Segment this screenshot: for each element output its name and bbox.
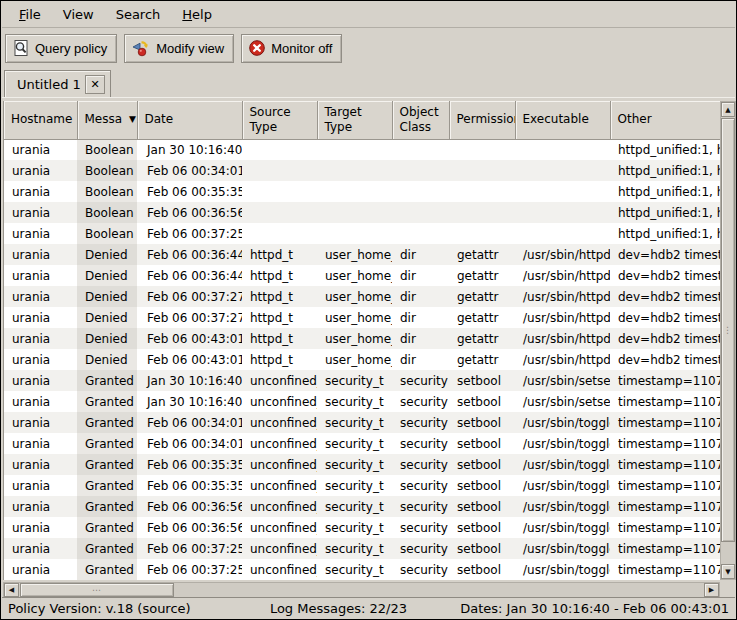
horizontal-scrollbar-thumb[interactable]: ⋯: [20, 583, 174, 597]
table-row[interactable]: uraniaDeniedFeb 06 00:36:44httpd_tuser_h…: [4, 244, 720, 265]
table-row[interactable]: uraniaBooleanFeb 06 00:35:35httpd_unifie…: [4, 181, 720, 202]
table-row[interactable]: uraniaGrantedFeb 06 00:37:25unconfined_s…: [4, 559, 720, 580]
table-row[interactable]: uraniaGrantedFeb 06 00:35:35unconfined_s…: [4, 475, 720, 496]
table-cell: timestamp=11071: [610, 370, 720, 391]
column-header-permission[interactable]: Permission: [449, 101, 515, 139]
table-cell: urania: [4, 328, 77, 349]
table-row[interactable]: uraniaDeniedFeb 06 00:36:44httpd_tuser_h…: [4, 265, 720, 286]
table-row[interactable]: uraniaGrantedFeb 06 00:36:56unconfined_s…: [4, 496, 720, 517]
table-cell: httpd_unified:1, h: [610, 202, 720, 223]
table-header-row: Hostname Messa▼ Date Source Type Target …: [4, 101, 720, 139]
table-cell: dev=hdb2 timesta: [610, 328, 720, 349]
column-header-hostname[interactable]: Hostname: [4, 101, 77, 139]
table-cell: security_t: [317, 370, 392, 391]
menu-view[interactable]: View: [52, 3, 105, 26]
column-header-message[interactable]: Messa▼: [77, 101, 137, 139]
table-cell: httpd_t: [242, 349, 317, 370]
table-cell: unconfined_: [242, 475, 317, 496]
column-header-object-class[interactable]: Object Class: [392, 101, 449, 139]
scroll-up-button[interactable]: ▲: [721, 102, 735, 117]
table-cell: urania: [4, 286, 77, 307]
table-row[interactable]: uraniaBooleanFeb 06 00:34:01httpd_unifie…: [4, 160, 720, 181]
notebook-page-edge: [2, 97, 735, 100]
table-cell: urania: [4, 370, 77, 391]
modify-view-button[interactable]: Modify view: [124, 34, 234, 63]
table-cell: user_home_: [317, 349, 392, 370]
table-row[interactable]: uraniaGrantedJan 30 10:16:40unconfined_s…: [4, 391, 720, 412]
table-cell: setbool: [449, 370, 515, 391]
table-row[interactable]: uraniaGrantedFeb 06 00:37:25unconfined_s…: [4, 538, 720, 559]
tab-label: Untitled 1: [17, 77, 81, 92]
table-cell: security: [392, 517, 449, 538]
menu-help[interactable]: Help: [171, 3, 223, 26]
table-cell: urania: [4, 412, 77, 433]
table-cell: Jan 30 10:16:40: [137, 370, 242, 391]
tab-close-button[interactable]: ✕: [85, 75, 105, 94]
table-cell: urania: [4, 349, 77, 370]
table-row[interactable]: uraniaDeniedFeb 06 00:43:01httpd_tuser_h…: [4, 328, 720, 349]
table-row[interactable]: uraniaGrantedFeb 06 00:34:01unconfined_s…: [4, 433, 720, 454]
arrow-right-icon: ▶: [709, 586, 714, 594]
table-cell: Feb 06 00:34:01: [137, 160, 242, 181]
table-cell: Granted: [77, 538, 137, 559]
query-policy-button[interactable]: Query policy: [5, 34, 117, 63]
menu-file[interactable]: File: [8, 3, 52, 26]
table-row[interactable]: uraniaGrantedJan 30 10:16:40unconfined_s…: [4, 370, 720, 391]
table-cell: dev=hdb2 timesta: [610, 349, 720, 370]
table-cell: urania: [4, 202, 77, 223]
table-cell: Feb 06 00:36:56: [137, 496, 242, 517]
scroll-right-button[interactable]: ▶: [704, 583, 719, 597]
table-cell: [242, 139, 317, 160]
menu-search[interactable]: Search: [105, 3, 172, 26]
table-row[interactable]: uraniaDeniedFeb 06 00:43:01httpd_tuser_h…: [4, 349, 720, 370]
column-header-date[interactable]: Date: [137, 101, 242, 139]
table-row[interactable]: uraniaGrantedFeb 06 00:36:56unconfined_s…: [4, 517, 720, 538]
table-cell: dir: [392, 349, 449, 370]
table-cell: timestamp=11071: [610, 391, 720, 412]
table-cell: unconfined_: [242, 517, 317, 538]
table-cell: urania: [4, 538, 77, 559]
table-cell: unconfined_: [242, 412, 317, 433]
table-cell: /usr/sbin/setseb: [515, 370, 610, 391]
table-cell: /usr/sbin/httpd: [515, 265, 610, 286]
table-cell: timestamp=11076: [610, 454, 720, 475]
horizontal-scrollbar[interactable]: ◀ ⋯ ▶: [3, 582, 720, 598]
table-cell: dir: [392, 244, 449, 265]
column-header-other[interactable]: Other: [610, 101, 720, 139]
table-cell: httpd_t: [242, 328, 317, 349]
table-cell: setbool: [449, 538, 515, 559]
column-header-executable[interactable]: Executable: [515, 101, 610, 139]
table-cell: security_t: [317, 538, 392, 559]
vertical-scrollbar-thumb[interactable]: ⋮: [721, 118, 735, 542]
table-cell: getattr: [449, 307, 515, 328]
monitor-off-button[interactable]: Monitor off: [241, 34, 342, 63]
menu-bar: File View Search Help: [2, 1, 735, 28]
table-cell: [515, 181, 610, 202]
log-table: Hostname Messa▼ Date Source Type Target …: [4, 101, 720, 580]
table-row[interactable]: uraniaBooleanFeb 06 00:36:56httpd_unifie…: [4, 202, 720, 223]
table-cell: Boolean: [77, 223, 137, 244]
table-row[interactable]: uraniaGrantedFeb 06 00:35:35unconfined_s…: [4, 454, 720, 475]
table-cell: Granted: [77, 475, 137, 496]
table-row[interactable]: uraniaGrantedFeb 06 00:34:01unconfined_s…: [4, 412, 720, 433]
table-row[interactable]: uraniaBooleanJan 30 10:16:40httpd_unifie…: [4, 139, 720, 160]
table-cell: getattr: [449, 265, 515, 286]
table-cell: urania: [4, 391, 77, 412]
table-cell: [242, 223, 317, 244]
table-row[interactable]: uraniaDeniedFeb 06 00:37:27httpd_tuser_h…: [4, 307, 720, 328]
scroll-left-button[interactable]: ◀: [4, 583, 19, 597]
table-cell: httpd_t: [242, 307, 317, 328]
vertical-scrollbar[interactable]: ▲ ⋮ ▼: [720, 101, 736, 580]
table-cell: urania: [4, 475, 77, 496]
table-cell: Boolean: [77, 181, 137, 202]
table-cell: Jan 30 10:16:40: [137, 391, 242, 412]
column-header-source-type[interactable]: Source Type: [242, 101, 317, 139]
tab-untitled-1[interactable]: Untitled 1 ✕: [4, 70, 111, 97]
table-cell: /usr/sbin/toggle: [515, 454, 610, 475]
table-row[interactable]: uraniaBooleanFeb 06 00:37:25httpd_unifie…: [4, 223, 720, 244]
table-cell: unconfined_: [242, 454, 317, 475]
table-row[interactable]: uraniaDeniedFeb 06 00:37:27httpd_tuser_h…: [4, 286, 720, 307]
table-cell: urania: [4, 223, 77, 244]
column-header-target-type[interactable]: Target Type: [317, 101, 392, 139]
scroll-down-button[interactable]: ▼: [721, 564, 735, 579]
